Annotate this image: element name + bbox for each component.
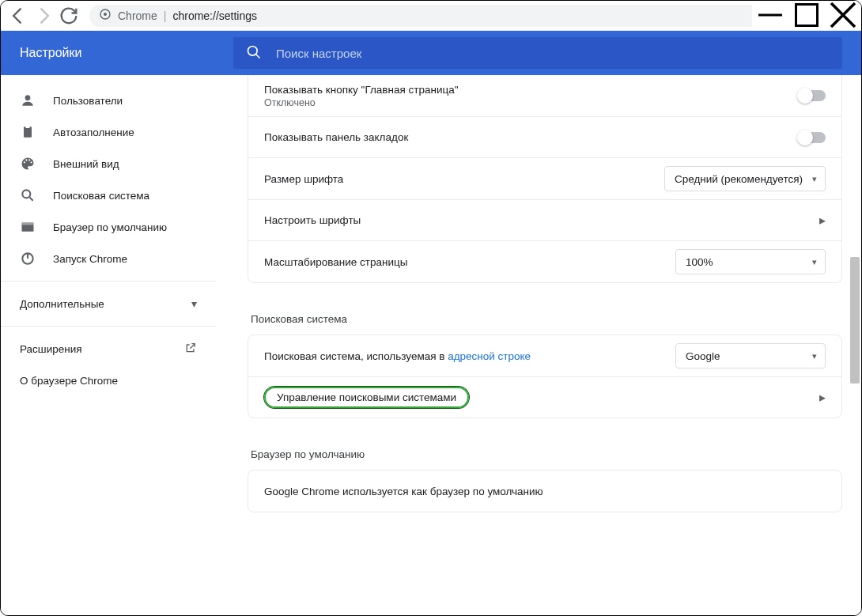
svg-point-17 [24, 161, 25, 163]
search-engine-select[interactable]: Google [675, 343, 826, 368]
setting-row-customize-fonts[interactable]: Настроить шрифты ▸ [248, 199, 841, 240]
svg-point-20 [31, 161, 32, 163]
close-window-button[interactable] [825, 1, 861, 29]
palette-icon [20, 156, 36, 172]
person-icon [20, 93, 36, 108]
chevron-down-icon: ▾ [191, 297, 197, 310]
sidebar-item-label: Дополнительные [20, 298, 174, 310]
settings-app: Настройки Поиск настроек Пользователи Ав… [1, 31, 861, 615]
row-label: Показывать кнопку "Главная страница" [264, 84, 799, 96]
svg-point-18 [25, 159, 27, 161]
omnibox-separator: | [164, 9, 167, 22]
setting-row-font-size[interactable]: Размер шрифта Средний (рекомендуется) [248, 157, 841, 199]
settings-header: Настройки Поиск настроек [1, 31, 861, 75]
sidebar-item-startup[interactable]: Запуск Chrome [1, 243, 216, 274]
address-bar-link[interactable]: адресной строке [448, 350, 531, 362]
window-titlebar [752, 1, 861, 29]
divider [1, 326, 216, 327]
font-size-select[interactable]: Средний (рекомендуется) [664, 166, 826, 191]
search-icon [20, 187, 36, 203]
setting-row-default-browser: Google Chrome используется как браузер п… [248, 471, 841, 512]
settings-body: Пользователи Автозаполнение Внешний вид … [1, 75, 861, 615]
reload-button[interactable] [58, 5, 80, 27]
row-label: Поисковая система, используемая в [264, 350, 448, 362]
svg-line-13 [256, 54, 260, 58]
browser-tab[interactable]: Google Chrome — скачать бесп ✕ [7, 0, 189, 1]
sidebar-item-default-browser[interactable]: Браузер по умолчанию [1, 211, 216, 243]
svg-point-19 [28, 159, 30, 161]
svg-rect-24 [22, 222, 34, 225]
toggle-switch[interactable] [799, 132, 826, 143]
minimize-button[interactable] [752, 1, 788, 29]
settings-main[interactable]: Показывать кнопку "Главная страница" Отк… [216, 75, 861, 615]
section-title-default-browser: Браузер по умолчанию [248, 436, 842, 470]
row-label: Google Chrome используется как браузер п… [264, 486, 826, 497]
sidebar-item-label: Пользователи [53, 95, 197, 107]
sidebar-item-autofill[interactable]: Автозаполнение [1, 116, 216, 148]
sidebar-item-label: Запуск Chrome [53, 253, 197, 265]
row-label: Показывать панель закладок [264, 131, 799, 143]
power-icon [20, 251, 36, 266]
browser-window: Google Chrome — скачать бесп ✕ Настройки… [0, 0, 862, 616]
settings-sidebar: Пользователи Автозаполнение Внешний вид … [1, 75, 216, 615]
setting-row-search-engine[interactable]: Поисковая система, используемая в адресн… [248, 335, 841, 376]
toggle-switch[interactable] [799, 90, 826, 101]
divider [1, 281, 216, 282]
sidebar-item-users[interactable]: Пользователи [1, 85, 216, 116]
svg-line-22 [30, 198, 33, 201]
search-icon [246, 44, 262, 62]
search-placeholder: Поиск настроек [276, 47, 361, 60]
highlighted-label: Управление поисковыми системами [264, 387, 469, 408]
section-title-search: Поисковая система [248, 300, 842, 334]
forward-button[interactable] [32, 5, 55, 27]
chevron-right-icon: ▸ [819, 390, 826, 405]
sidebar-item-label: Автозаполнение [53, 127, 197, 138]
svg-rect-16 [26, 126, 30, 128]
clipboard-icon [20, 124, 36, 140]
svg-rect-3 [796, 5, 818, 26]
svg-point-21 [22, 190, 30, 198]
sidebar-item-label: Расширения [20, 343, 167, 355]
page-zoom-select[interactable]: 100% [675, 249, 826, 274]
browser-icon [20, 219, 36, 235]
setting-row-manage-search[interactable]: Управление поисковыми системами ▸ [248, 376, 841, 418]
appearance-card: Показывать кнопку "Главная страница" Отк… [248, 75, 842, 283]
sidebar-item-label: Браузер по умолчанию [53, 221, 197, 233]
row-label: Размер шрифта [264, 173, 664, 185]
chevron-right-icon: ▸ [819, 213, 826, 228]
external-link-icon [184, 342, 197, 357]
svg-point-14 [25, 95, 31, 100]
omnibox-url: chrome://settings [172, 9, 257, 22]
browser-toolbar: Chrome | chrome://settings ☆ [1, 1, 861, 31]
search-card: Поисковая система, используемая в адресн… [248, 334, 842, 418]
sidebar-item-label: Внешний вид [53, 158, 197, 170]
maximize-button[interactable] [788, 1, 825, 29]
sidebar-item-label: О браузере Chrome [20, 375, 197, 387]
sidebar-item-advanced[interactable]: Дополнительные ▾ [1, 288, 216, 319]
svg-point-12 [248, 46, 258, 55]
svg-rect-15 [24, 127, 32, 137]
sidebar-item-label: Поисковая система [53, 190, 197, 202]
scrollbar-thumb[interactable] [850, 257, 860, 384]
row-sublabel: Отключено [264, 97, 799, 108]
sidebar-item-about[interactable]: О браузере Chrome [1, 365, 216, 396]
default-browser-card: Google Chrome используется как браузер п… [248, 470, 842, 512]
sidebar-item-search[interactable]: Поисковая система [1, 180, 216, 211]
setting-row-page-zoom[interactable]: Масштабирование страницы 100% [248, 240, 841, 282]
settings-search[interactable]: Поиск настроек [233, 37, 842, 69]
browser-tab[interactable]: Настройки ✕ [189, 0, 331, 1]
address-bar[interactable]: Chrome | chrome://settings ☆ [89, 5, 800, 27]
omnibox-chip: Chrome [118, 9, 157, 22]
setting-row-home-button[interactable]: Показывать кнопку "Главная страница" Отк… [248, 75, 841, 116]
settings-title: Настройки [20, 46, 233, 60]
chrome-icon [99, 8, 112, 23]
row-label: Масштабирование страницы [264, 256, 675, 268]
back-button[interactable] [7, 5, 29, 27]
sidebar-item-appearance[interactable]: Внешний вид [1, 148, 216, 180]
setting-row-bookmarks-bar[interactable]: Показывать панель закладок [248, 116, 841, 157]
svg-point-7 [104, 13, 107, 16]
row-label: Настроить шрифты [264, 214, 819, 226]
sidebar-item-extensions[interactable]: Расширения [1, 333, 216, 365]
